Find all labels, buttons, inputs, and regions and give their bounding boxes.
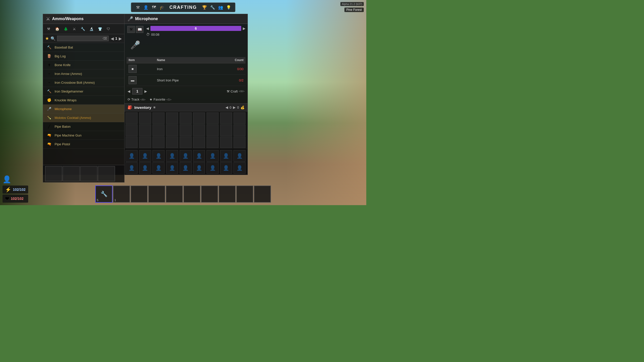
player-avatar: 👤 (3, 175, 28, 184)
list-item[interactable]: 🗡 Bone Knife (43, 61, 124, 69)
inv-slot[interactable] (126, 124, 138, 136)
crafting-area: ⚒ 📖 🎤 ◀ 6 ▶ ⏱ 00:08 (125, 24, 248, 57)
inv-slot[interactable] (139, 137, 151, 148)
hotbar-slot-5[interactable]: 🔧 5 (95, 186, 112, 203)
hotbar-slot-3[interactable] (148, 186, 165, 203)
list-item[interactable]: 🔫 Pipe Machine Gun (43, 131, 124, 140)
list-item[interactable]: ✊ Knuckle Wraps (43, 96, 124, 105)
inv-slot-locked: 👤 (139, 162, 151, 174)
inv-slot[interactable] (126, 112, 138, 124)
page-prev-btn[interactable]: ◀ (110, 36, 114, 41)
quality-next-btn[interactable]: ▶ (243, 26, 246, 30)
equip-slot-1[interactable] (45, 166, 62, 181)
inv-slot[interactable] (152, 124, 165, 136)
inv-slot[interactable] (193, 137, 205, 148)
list-item[interactable]: 🔨 Iron Sledgehammer (43, 87, 124, 96)
inv-slot[interactable] (207, 137, 219, 148)
qty-prev-btn[interactable]: ◀ (128, 89, 130, 93)
hotbar-slot-8[interactable] (219, 186, 236, 203)
list-item[interactable]: 🔨 Baseball Bat (43, 43, 124, 52)
hotbar-slot-7[interactable] (201, 186, 218, 203)
list-item[interactable]: 🪵 Big Log (43, 52, 124, 61)
list-item[interactable]: 🔫 Pipe Pistol (43, 140, 124, 149)
favorite-star[interactable]: ★ (45, 36, 49, 41)
inv-prev-btn[interactable]: ◀ (225, 105, 228, 109)
inv-slot[interactable] (193, 124, 205, 136)
page-next-btn[interactable]: ▶ (118, 36, 122, 41)
list-item[interactable]: → Iron Crossbow Bolt (Ammo) (43, 78, 124, 87)
inv-slot[interactable] (166, 112, 178, 124)
inv-slot[interactable] (152, 112, 165, 124)
list-item[interactable]: 🍾 Molotov Cocktail (Ammo) (43, 113, 124, 122)
search-clear-icon[interactable]: ⌫ (103, 37, 107, 40)
page-nav: ◀ 1 ▶ (110, 36, 122, 41)
iron-icon-cell: ■ (127, 63, 155, 75)
hotbar-slot-2[interactable] (131, 186, 148, 203)
inv-slot[interactable] (233, 112, 246, 124)
hotbar-slot-4[interactable] (166, 186, 183, 203)
inv-slot-locked: 👤 (193, 162, 205, 174)
quality-prev-btn[interactable]: ◀ (146, 26, 149, 30)
cat-icon-shirt[interactable]: 👕 (96, 25, 103, 32)
cat-icon-wrench[interactable]: 🔧 (79, 25, 86, 32)
hud-icon-craft[interactable]: ⚒ (134, 4, 141, 11)
inv-slot[interactable] (233, 124, 246, 136)
track-button[interactable]: ⟳ Track <A> (128, 98, 145, 101)
hud-icon-skills[interactable]: 🎓 (158, 4, 166, 11)
inv-slot[interactable] (193, 112, 205, 124)
list-item[interactable]: ╱ Pipe Baton (43, 122, 124, 131)
iron-name: Iron (155, 63, 216, 75)
item-label-microphone: Microphone (55, 107, 72, 111)
list-item[interactable]: → Iron Arrow (Ammo) (43, 69, 124, 78)
inv-slot[interactable] (220, 112, 232, 124)
list-view-icon[interactable]: ≡ (153, 105, 155, 109)
search-magnifier[interactable]: 🔍 (51, 36, 56, 41)
inv-slot[interactable] (166, 124, 178, 136)
inv-slot[interactable] (139, 124, 151, 136)
inv-slot[interactable] (180, 112, 192, 124)
inv-slot[interactable] (152, 137, 165, 148)
person-icon: 👤 (236, 153, 243, 159)
hud-icon-light[interactable]: 💡 (225, 4, 232, 11)
inv-slot[interactable] (180, 124, 192, 136)
hotbar-slot-1[interactable]: 1 (113, 186, 130, 203)
hud-icon-player[interactable]: 👤 (142, 4, 149, 11)
qty-next-btn[interactable]: ▶ (144, 89, 147, 93)
cat-icon-hammer[interactable]: ⚒ (45, 25, 52, 32)
cat-icon-shield[interactable]: 🛡 (105, 25, 112, 32)
hotbar-slot-6[interactable] (183, 186, 200, 203)
inv-slot[interactable] (166, 137, 178, 148)
inv-slot[interactable] (220, 137, 232, 148)
equip-slot-2[interactable] (63, 166, 80, 181)
quality-bar: 6 (150, 26, 241, 31)
ingredients-section: Item Name Count ■ Iron 0/30 (125, 57, 248, 86)
inv-slot[interactable] (139, 112, 151, 124)
search-bar: ★ 🔍 ⌫ ◀ 1 ▶ (43, 34, 124, 43)
hotbar-slot-9[interactable] (236, 186, 253, 203)
inv-slot[interactable] (207, 124, 219, 136)
hud-icon-group[interactable]: 👥 (217, 4, 224, 11)
cat-icon-sword[interactable]: ⚔ (71, 25, 78, 32)
craft-button[interactable]: ⚒ Craft <W> (227, 89, 245, 93)
inv-slot[interactable] (180, 137, 192, 148)
item-icon-pipe-pistol: 🔫 (46, 141, 52, 147)
equip-slot-3[interactable] (80, 166, 97, 181)
person-icon: 👤 (155, 153, 162, 159)
inv-next-btn[interactable]: ▶ (233, 105, 236, 109)
inv-slot[interactable] (220, 124, 232, 136)
hud-icon-tool[interactable]: 🔧 (209, 4, 216, 11)
inv-slot[interactable] (207, 112, 219, 124)
favorite-button[interactable]: ★ Favorite <S> (149, 98, 171, 101)
search-input-area[interactable]: ⌫ (57, 36, 109, 41)
hud-icon-quest[interactable]: 🏆 (201, 4, 208, 11)
cat-icon-tree[interactable]: 🌲 (62, 25, 69, 32)
cat-icon-science[interactable]: 🔬 (88, 25, 95, 32)
inv-slot[interactable] (126, 137, 138, 148)
cat-icon-home[interactable]: 🏠 (54, 25, 61, 32)
item-icon-iron-bolt: → (46, 79, 52, 85)
inv-slot[interactable] (233, 137, 246, 148)
hotbar-slot-10[interactable] (254, 186, 271, 203)
hud-icon-map[interactable]: 🗺 (150, 4, 157, 11)
list-item-microphone[interactable]: 🎤 Microphone (43, 105, 124, 113)
equip-slot-4[interactable] (98, 166, 115, 181)
